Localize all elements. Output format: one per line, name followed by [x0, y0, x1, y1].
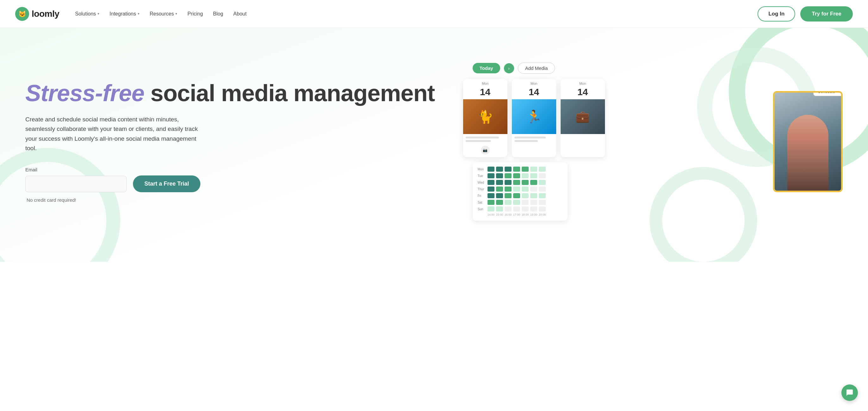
heatmap-cell: [488, 186, 494, 192]
heatmap-cell: [488, 206, 494, 211]
heatmap-cell: [522, 193, 529, 198]
nav-item-blog[interactable]: Blog: [209, 8, 227, 19]
heatmap-cell: [539, 167, 546, 172]
heatmap-cell: [488, 167, 494, 172]
mockup-container: Today › Add Media Mon 14 🐈 📷: [463, 63, 843, 221]
heatmap-cell: [539, 193, 546, 198]
heatmap-cell: [530, 180, 537, 185]
no-credit-card-text: No credit card required!: [27, 197, 76, 203]
col-day-label-2: Mon: [512, 79, 556, 87]
chevron-down-icon: ▾: [97, 12, 99, 16]
navbar: 🐱 loomly Solutions ▾ Integrations ▾ Reso…: [0, 0, 868, 28]
heatmap-times: 14:0015:0016:0017:0018:0019:0020:00: [478, 213, 562, 216]
heatmap-cell: [504, 180, 512, 185]
logo[interactable]: 🐱 loomly: [15, 7, 59, 21]
heatmap-cell: [504, 167, 512, 172]
person-silhouette: [787, 115, 829, 191]
calendar-col-2: Mon 14 🏃: [512, 79, 556, 157]
nav-item-solutions[interactable]: Solutions ▾: [70, 8, 104, 19]
heatmap-cell: [496, 186, 503, 192]
heatmap-row: Sat: [478, 200, 562, 205]
heatmap-cell: [513, 193, 520, 198]
hero-subtext: Create and schedule social media content…: [25, 115, 209, 153]
heatmap-cell: [496, 206, 503, 211]
heatmap-cell: [513, 180, 520, 185]
heatmap-cell: [530, 173, 537, 178]
nav-item-pricing[interactable]: Pricing: [183, 8, 207, 19]
add-media-button[interactable]: Add Media: [518, 63, 555, 74]
col-image-desk: 💼: [561, 99, 605, 134]
heatmap-cell: [488, 200, 494, 205]
col-day-label-3: Mon: [561, 79, 605, 87]
today-button[interactable]: Today: [473, 63, 500, 73]
heatmap-row: Mon: [478, 167, 562, 172]
start-trial-button[interactable]: Start a Free Trial: [133, 175, 200, 192]
col-day-number-1: 14: [463, 87, 507, 97]
heatmap-row: Sun: [478, 206, 562, 211]
col-image-athlete: 🏃: [512, 99, 556, 134]
heatmap-cell: [513, 186, 520, 192]
heatmap-cell: [539, 180, 546, 185]
heatmap-cell: [530, 167, 537, 172]
calendar-top-bar: Today › Add Media: [473, 63, 555, 74]
heatmap-row: Thur: [478, 186, 562, 192]
hero-right: Today › Add Media Mon 14 🐈 📷: [451, 63, 843, 221]
chevron-down-icon: ▾: [175, 12, 177, 16]
heading-italic: Stress-free: [25, 80, 144, 106]
nav-item-about[interactable]: About: [229, 8, 251, 19]
email-row: Start a Free Trial: [25, 175, 451, 192]
heatmap-cell: [522, 200, 529, 205]
heatmap-cell: [522, 180, 529, 185]
col-day-label-1: Mon: [463, 79, 507, 87]
heatmap-rows: MonTueWedThurFriSatSun: [478, 167, 562, 211]
heatmap-cell: [513, 200, 520, 205]
chevron-down-icon: ▾: [138, 12, 140, 16]
heatmap-cell: [488, 180, 494, 185]
heatmap-row: Tue: [478, 173, 562, 178]
heatmap-row: Wed: [478, 180, 562, 185]
heatmap-cell: [496, 180, 503, 185]
heatmap-card: MonTueWedThurFriSatSun 14:0015:0016:0017…: [473, 162, 567, 221]
try-for-free-button[interactable]: Try for Free: [800, 6, 853, 22]
heatmap-cell: [504, 173, 512, 178]
heatmap-cell: [488, 173, 494, 178]
heatmap-row: Fri: [478, 193, 562, 198]
heatmap-cell: [513, 206, 520, 211]
heatmap-cell: [504, 200, 512, 205]
heatmap-cell: [496, 193, 503, 198]
heatmap-cell: [530, 186, 537, 192]
col-day-number-2: 14: [512, 87, 556, 97]
nav-item-integrations[interactable]: Integrations ▾: [105, 8, 144, 19]
nav-links: Solutions ▾ Integrations ▾ Resources ▾ P…: [70, 8, 251, 19]
heatmap-cell: [522, 186, 529, 192]
heatmap-cell: [496, 173, 503, 178]
login-button[interactable]: Log In: [757, 6, 795, 22]
heatmap-cell: [504, 186, 512, 192]
hero-left: Stress-free social media management Crea…: [25, 80, 451, 203]
nav-left: 🐱 loomly Solutions ▾ Integrations ▾ Reso…: [15, 7, 251, 21]
next-arrow[interactable]: ›: [504, 63, 514, 73]
person-card: Schedule ▾: [773, 91, 843, 192]
heatmap-cell: [513, 167, 520, 172]
heatmap-cell: [530, 200, 537, 205]
email-label: Email: [25, 167, 451, 172]
calendar-col-3: Mon 14 💼: [561, 79, 605, 157]
nav-right: Log In Try for Free: [757, 6, 853, 22]
hero-section: Stress-free social media management Crea…: [0, 28, 868, 262]
heading-normal: social media management: [144, 80, 435, 106]
heatmap-cell: [539, 200, 546, 205]
heatmap-cell: [539, 173, 546, 178]
schedule-badge[interactable]: Schedule ▾: [813, 91, 843, 96]
heatmap-cell: [530, 193, 537, 198]
heatmap-cell: [539, 186, 546, 192]
heatmap-cell: [522, 173, 529, 178]
nav-item-resources[interactable]: Resources ▾: [145, 8, 182, 19]
email-input[interactable]: [25, 176, 127, 192]
col-day-number-3: 14: [561, 87, 605, 97]
hero-heading: Stress-free social media management: [25, 80, 451, 106]
heatmap-cell: [488, 193, 494, 198]
heatmap-cell: [513, 173, 520, 178]
col-image-cat: 🐈: [463, 99, 507, 134]
logo-text: loomly: [32, 9, 59, 19]
heatmap-cell: [522, 167, 529, 172]
